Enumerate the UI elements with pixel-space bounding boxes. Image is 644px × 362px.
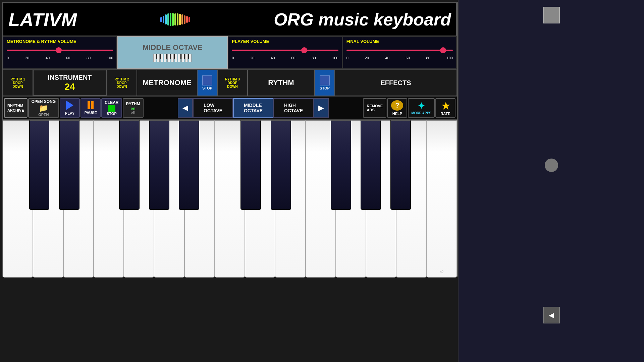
rythm1-line1: RYTHM 1 bbox=[10, 77, 25, 81]
help-button[interactable]: ? HELP bbox=[387, 98, 407, 118]
octave-nav: ◀ LOWOCTAVE MIDDLEOCTAVE HIGHOCTAVE ▶ bbox=[144, 98, 363, 118]
clear-stop-button[interactable]: CLEAR STOP bbox=[101, 98, 122, 118]
rythm2-dropdown[interactable]: RYTHM 2 DROP DOWN bbox=[107, 70, 137, 96]
spectrum-line bbox=[186, 16, 188, 23]
rythm-toggle-on: on bbox=[131, 106, 135, 110]
rythm-button[interactable]: RYTHM bbox=[248, 70, 315, 96]
pause-label: PAUSE bbox=[85, 111, 97, 115]
spectrum-line bbox=[172, 13, 174, 26]
open-song-text: OPEN SONG bbox=[32, 99, 56, 104]
spectrum-line bbox=[160, 17, 162, 22]
black-key-gs2[interactable] bbox=[361, 120, 381, 210]
stop-icon bbox=[108, 105, 115, 112]
player-thumb[interactable] bbox=[301, 47, 307, 53]
controls-row: RYTHM 1 DROP DOWN INSTRUMENT 24 RYTHM 2 … bbox=[3, 70, 457, 97]
stop2-label: STOP bbox=[320, 86, 330, 90]
metronome-volume-title: METRONOME & RYTHM VOLUME bbox=[7, 39, 113, 44]
metronome-slider[interactable] bbox=[7, 45, 113, 55]
black-key-ds[interactable] bbox=[59, 120, 79, 210]
toolbar-row: RHYTHMARCHIVE OPEN SONG 📁 OPEN PLAY PAUS… bbox=[3, 97, 457, 120]
mini-black-key bbox=[166, 54, 168, 59]
black-key-as2[interactable] bbox=[390, 120, 411, 210]
scroll-indicator[interactable] bbox=[545, 159, 558, 172]
black-key-fs[interactable] bbox=[119, 120, 140, 210]
stop2-button[interactable]: STOP bbox=[315, 70, 335, 96]
spectrum-line bbox=[184, 15, 185, 24]
folder-icon: 📁 bbox=[39, 104, 48, 113]
effects-label: EFFECTS bbox=[380, 79, 411, 87]
pause-bar-right bbox=[91, 101, 94, 109]
metronome-track bbox=[7, 50, 113, 51]
spectrum-line bbox=[163, 16, 164, 23]
white-key-c[interactable] bbox=[3, 120, 33, 278]
player-slider[interactable] bbox=[232, 45, 338, 55]
stop-label: STOP bbox=[107, 112, 117, 116]
rythm-toggle-button[interactable]: RYTHM on off bbox=[123, 98, 144, 118]
stop1-button[interactable]: STOP bbox=[197, 70, 217, 96]
org-title: ORG music keyboard bbox=[274, 9, 451, 29]
play-label: PLAY bbox=[65, 111, 74, 115]
final-slider[interactable] bbox=[346, 45, 453, 55]
rythm3-line3: DOWN bbox=[227, 85, 238, 88]
right-panel: ◀ bbox=[458, 0, 644, 362]
metronome-volume-panel: METRONOME & RYTHM VOLUME 0 20 40 60 80 1… bbox=[3, 36, 117, 69]
clear-label: CLEAR bbox=[105, 100, 118, 105]
white-key-c3[interactable]: n2 bbox=[427, 120, 457, 278]
spectrum-line bbox=[167, 13, 169, 25]
rate-label: RATE bbox=[440, 112, 450, 116]
more-apps-button[interactable]: ✦ MORE APPS bbox=[408, 98, 435, 118]
final-numbers: 0 20 40 60 80 100 bbox=[346, 56, 453, 60]
metronome-button[interactable]: METRONOME bbox=[137, 70, 197, 96]
rhythm-archive-button[interactable]: RHYTHMARCHIVE bbox=[4, 98, 28, 118]
open-song-button[interactable]: OPEN SONG 📁 OPEN bbox=[28, 98, 59, 118]
spectrum-display bbox=[160, 13, 190, 26]
rythm2-line3: DOWN bbox=[116, 85, 127, 88]
spectrum-line bbox=[179, 14, 181, 25]
mini-black-key bbox=[173, 54, 175, 59]
metronome-thumb[interactable] bbox=[56, 47, 62, 53]
rythm-toggle-off: off bbox=[131, 110, 136, 114]
rythm-toggle-line1: RYTHM bbox=[126, 102, 140, 106]
octave-next-button[interactable]: ▶ bbox=[314, 98, 329, 118]
middle-octave-button[interactable]: MIDDLEOCTAVE bbox=[233, 98, 273, 118]
help-label: HELP bbox=[392, 112, 402, 116]
high-octave-label: HIGHOCTAVE bbox=[284, 103, 303, 113]
mini-white-key bbox=[161, 54, 163, 62]
rythm3-dropdown[interactable]: RYTHM 3 DROP DOWN bbox=[217, 70, 248, 96]
final-track bbox=[346, 50, 453, 51]
mini-black-key bbox=[187, 54, 189, 59]
pause-button[interactable]: PAUSE bbox=[80, 98, 101, 118]
black-key-ds2[interactable] bbox=[271, 120, 291, 210]
black-key-fs2[interactable] bbox=[331, 120, 351, 210]
rate-button[interactable]: ★ RATE bbox=[435, 98, 455, 118]
effects-button[interactable]: EFFECTS bbox=[335, 70, 457, 96]
mini-white-key bbox=[189, 54, 192, 62]
high-octave-button[interactable]: HIGHOCTAVE bbox=[273, 98, 314, 118]
rythm1-dropdown[interactable]: RYTHM 1 DROP DOWN bbox=[3, 70, 33, 96]
black-key-cs[interactable] bbox=[29, 120, 50, 210]
spectrum-line bbox=[174, 13, 176, 25]
final-thumb[interactable] bbox=[440, 47, 446, 53]
stop2-icon bbox=[320, 75, 330, 85]
octave-prev-button[interactable]: ◀ bbox=[178, 98, 193, 118]
instrument-button[interactable]: INSTRUMENT 24 bbox=[33, 70, 107, 96]
player-track bbox=[232, 50, 338, 51]
mini-white-key bbox=[175, 54, 177, 62]
remove-ads-button[interactable]: REMOVEADS bbox=[363, 98, 386, 118]
square-button-top[interactable] bbox=[543, 7, 560, 23]
black-key-cs2[interactable] bbox=[240, 120, 261, 210]
black-key-as[interactable] bbox=[179, 120, 199, 210]
rythm1-line2: DROP bbox=[13, 81, 23, 85]
play-button[interactable]: PLAY bbox=[60, 98, 80, 118]
mini-black-key bbox=[156, 54, 157, 59]
low-octave-button[interactable]: LOWOCTAVE bbox=[193, 98, 233, 118]
keyboard: n2 bbox=[3, 120, 457, 278]
rythm-label: RYTHM bbox=[268, 78, 294, 87]
scroll-area bbox=[545, 28, 558, 302]
arrow-left-button[interactable]: ◀ bbox=[543, 307, 560, 323]
play-icon bbox=[66, 101, 73, 110]
stop1-icon bbox=[202, 75, 212, 85]
black-key-gs[interactable] bbox=[149, 120, 169, 210]
rythm3-line1: RYTHM 3 bbox=[225, 77, 240, 81]
mini-black-key bbox=[184, 54, 185, 59]
